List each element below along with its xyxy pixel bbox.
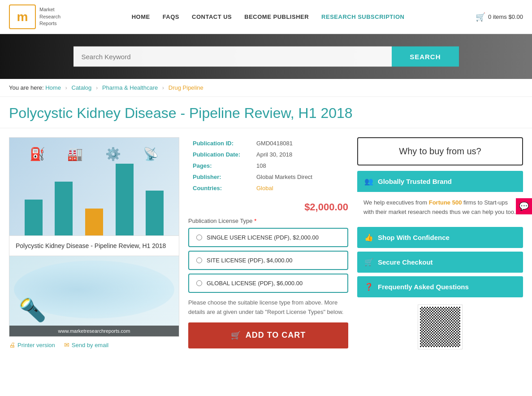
logo-area: m MarketResearchReports [9,4,61,29]
meta-table: Publication ID: GMD0418081 Publication D… [188,137,348,194]
bar-2 [55,182,73,235]
pages-value: 108 [253,161,347,171]
breadcrumb-pharma[interactable]: Pharma & Healthcare [102,84,158,91]
product-image-top: ⛽ 🏭 ⚙️ 📡 [9,137,179,236]
pub-date-label: Publication Date: [189,149,252,160]
watermark: www.marketresearchreports.com [9,326,179,336]
factory-icon: 🏭 [67,147,83,161]
info-block-body-globally-trusted: We help executives from Fortune 500 firm… [357,192,523,223]
add-to-cart-button[interactable]: 🛒 ADD TO CART [188,322,348,348]
secure-checkout-label: Secure Checkout [378,258,433,266]
nav-contact[interactable]: CONTACT US [192,13,232,20]
logo-text: MarketResearchReports [39,6,61,27]
action-links: 🖨 Printer version ✉ Send by email [9,337,179,353]
meta-row-countries: Countries: Global [189,183,347,193]
license-option-global[interactable]: GLOBAL LICENSE (PDF), $6,000.00 [188,274,348,293]
page-title: Polycystic Kidney Disease - Pipeline Rev… [0,97,532,128]
cart-btn-label: ADD TO CART [246,331,306,340]
printer-icon: 🖨 [9,341,15,348]
license-label: Publication License Type * [188,218,348,224]
info-block-header-faq[interactable]: ❓ Frequently Asked Questions [357,276,523,297]
faq-icon: ❓ [364,283,373,291]
cart-icon: 🛒 [476,12,485,22]
nav-home[interactable]: HOME [132,13,150,20]
license-single-label: SINGLE USER LICENSE (PDF), $2,000.00 [207,234,319,241]
cart-count: 0 items $0.00 [488,13,523,20]
info-block-shop-confidence: 👍 Shop With Confidence [357,227,523,248]
nav-publisher[interactable]: BECOME PUBLISHER [244,13,309,20]
meta-row-pages: Pages: 108 [189,161,347,171]
main-content: ⛽ 🏭 ⚙️ 📡 Polycystic Kidney Disease - Pip… [0,128,532,362]
license-note: Please choose the suitable license type … [188,298,348,317]
email-icon: ✉ [64,341,69,348]
fortune-text: Fortune 500 [429,199,462,206]
info-block-header-shop-confidence[interactable]: 👍 Shop With Confidence [357,227,523,248]
logo-box: m [9,4,36,29]
bar-5 [146,191,164,235]
search-input[interactable] [74,47,392,67]
nav-faqs[interactable]: FAQS [163,13,179,20]
product-price: $2,000.00 [188,201,348,213]
breadcrumb-sep2: › [96,84,98,91]
wireless-icon: 📡 [143,147,159,161]
nav-research[interactable]: RESEARCH SUBSCRIPTION [321,13,404,20]
info-block-header-secure-checkout[interactable]: 🛒 Secure Checkout [357,252,523,273]
meta-row-date: Publication Date: April 30, 2018 [189,149,347,160]
search-button[interactable]: SEARCH [392,47,458,67]
info-block-globally-trusted: 👥 Globally Trusted Brand We help executi… [357,171,523,223]
hero-section: SEARCH [0,34,532,79]
qr-code [357,305,523,349]
globally-trusted-icon: 👥 [364,177,373,186]
license-label-text: Publication License Type [188,218,253,224]
license-global-label: GLOBAL LICENSE (PDF), $6,000.00 [207,280,303,287]
industry-icons: ⛽ 🏭 ⚙️ 📡 [18,147,170,161]
required-star: * [254,218,256,224]
site-header: m MarketResearchReports HOME FAQS CONTAC… [0,0,532,34]
main-nav: HOME FAQS CONTACT US BECOME PUBLISHER RE… [132,13,405,20]
license-option-single[interactable]: SINGLE USER LICENSE (PDF), $2,000.00 [188,228,348,247]
meta-row-id: Publication ID: GMD0418081 [189,138,347,148]
email-link[interactable]: ✉ Send by email [64,341,108,348]
oil-pump-icon: ⛽ [30,147,45,161]
breadcrumb-catalog[interactable]: Catalog [72,84,92,91]
globally-trusted-label: Globally Trusted Brand [378,178,452,185]
faq-label: Frequently Asked Questions [378,283,469,291]
printer-label: Printer version [17,342,55,348]
product-image-bottom: 🔦 www.marketresearchreports.com [9,256,179,337]
printer-link[interactable]: 🖨 Printer version [9,341,55,348]
breadcrumb-sep1: › [65,84,67,91]
info-block-faq: ❓ Frequently Asked Questions [357,276,523,297]
pub-date-value: April 30, 2018 [253,149,347,160]
bar-1 [25,200,43,235]
qr-inner [420,307,460,347]
logo-letter: m [17,10,28,24]
search-bar: SEARCH [74,47,459,67]
middle-column: Publication ID: GMD0418081 Publication D… [188,137,348,353]
secure-checkout-icon: 🛒 [364,258,373,266]
breadcrumb: You are here: Home › Catalog › Pharma & … [0,79,532,97]
pages-label: Pages: [189,161,252,171]
breadcrumb-current: Drug Pipeline [169,84,203,91]
why-box: Why to buy from us? [357,137,523,165]
breadcrumb-home[interactable]: Home [45,84,61,91]
countries-label: Countries: [189,183,252,193]
product-caption: Polycystic Kidney Disease - Pipeline Rev… [9,236,179,256]
pub-id-value: GMD0418081 [253,138,347,148]
license-radio-site[interactable] [196,257,202,263]
qr-placeholder [418,305,463,349]
bar-3 [85,209,103,235]
pub-id-label: Publication ID: [189,138,252,148]
license-option-site[interactable]: SITE LICENSE (PDF), $4,000.00 [188,251,348,270]
breadcrumb-prefix: You are here: [9,84,44,91]
chat-bubble[interactable]: 💬 [516,198,532,214]
info-block-header-globally-trusted[interactable]: 👥 Globally Trusted Brand [357,171,523,192]
right-column: Why to buy from us? 👥 Globally Trusted B… [357,137,523,353]
cart-area[interactable]: 🛒 0 items $0.00 [476,12,523,22]
license-radio-single[interactable] [196,235,202,240]
publisher-value: Global Markets Direct [253,172,347,182]
email-label: Send by email [72,342,108,348]
cart-btn-icon: 🛒 [231,331,241,340]
left-column: ⛽ 🏭 ⚙️ 📡 Polycystic Kidney Disease - Pip… [9,137,179,353]
meta-row-publisher: Publisher: Global Markets Direct [189,172,347,182]
license-radio-global[interactable] [196,280,202,286]
